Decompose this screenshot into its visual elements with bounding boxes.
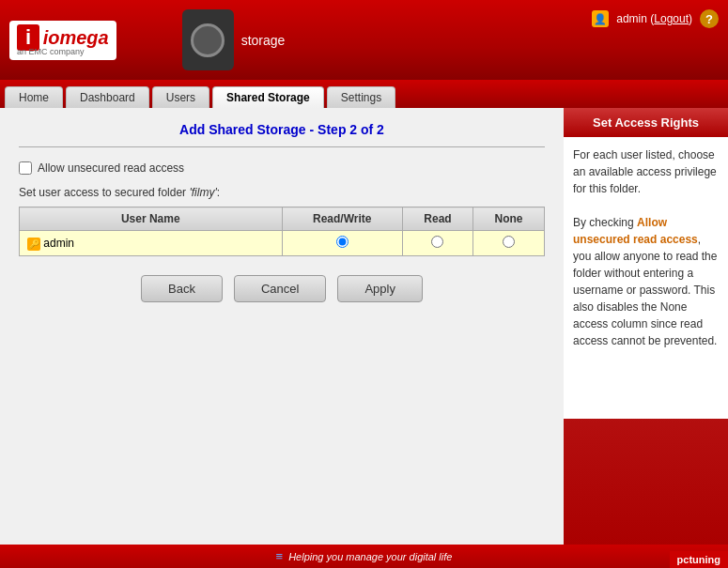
device-image [182, 9, 234, 70]
help-button[interactable]: ? [700, 9, 719, 28]
left-panel: Add Shared Storage - Step 2 of 2 Allow u… [0, 108, 564, 545]
right-panel-para1: For each user listed, choose an availabl… [573, 146, 719, 197]
right-panel-para2: By checking Allow unsecured read access,… [573, 214, 719, 349]
back-button[interactable]: Back [141, 275, 223, 302]
apply-button[interactable]: Apply [337, 275, 423, 302]
unsecured-access-row: Allow unsecured read access [19, 161, 545, 175]
user-label: admin (Logout) [616, 12, 692, 25]
main-content: Add Shared Storage - Step 2 of 2 Allow u… [0, 108, 728, 545]
col-header-read: Read [403, 207, 473, 231]
col-header-readwrite: Read/Write [282, 207, 403, 231]
none-radio[interactable] [503, 236, 515, 248]
username-label: admin [43, 237, 74, 250]
tab-shared-storage[interactable]: Shared Storage [212, 86, 324, 108]
tab-users[interactable]: Users [152, 86, 209, 108]
page-title: Add Shared Storage - Step 2 of 2 [19, 122, 545, 137]
readwrite-radio[interactable] [336, 236, 349, 248]
read-radio[interactable] [431, 236, 443, 248]
logo-brand: iomega [43, 27, 109, 48]
user-avatar-icon: 👤 [592, 10, 609, 27]
pctuning-badge: pctuning [670, 551, 728, 568]
footer-icon: ≡ [276, 549, 284, 563]
tab-settings[interactable]: Settings [327, 86, 395, 108]
device-name: storage [241, 33, 286, 48]
unsecured-access-checkbox[interactable] [19, 161, 32, 175]
col-header-username: User Name [20, 207, 283, 231]
nav-tabs: Home Dashboard Users Shared Storage Sett… [0, 80, 728, 108]
user-cell: 🔑 admin [20, 231, 283, 256]
logo-area: i iomega an EMC company [9, 21, 126, 60]
none-cell [472, 231, 544, 256]
right-panel-body: For each user listed, choose an availabl… [564, 137, 728, 419]
right-panel-title: Set Access Rights [564, 108, 728, 137]
access-table: User Name Read/Write Read None 🔑 admin [19, 207, 545, 256]
cancel-button[interactable]: Cancel [234, 275, 326, 302]
logo-box: i iomega an EMC company [9, 21, 116, 60]
unsecured-access-label: Allow unsecured read access [38, 161, 184, 175]
logo-sub: an EMC company [17, 47, 109, 56]
highlight-phrase: Allow unsecured read access [573, 216, 698, 246]
read-cell [403, 231, 473, 256]
button-row: Back Cancel Apply [19, 275, 545, 312]
folder-label: Set user access to secured folder 'filmy… [19, 186, 545, 199]
footer: ≡ Helping you manage your digital life p… [0, 545, 728, 568]
col-header-none: None [472, 207, 544, 231]
divider [19, 146, 545, 147]
header-right: 👤 admin (Logout) ? [592, 9, 719, 28]
table-row: 🔑 admin [20, 231, 545, 256]
header: i iomega an EMC company storage 👤 admin … [0, 0, 728, 80]
footer-text: Helping you manage your digital life [288, 551, 452, 562]
readwrite-cell [282, 231, 403, 256]
tab-home[interactable]: Home [5, 86, 63, 108]
user-row-icon: 🔑 [27, 238, 40, 251]
right-panel: Set Access Rights For each user listed, … [564, 108, 728, 545]
tab-dashboard[interactable]: Dashboard [66, 86, 149, 108]
logout-link[interactable]: Logout [654, 12, 689, 25]
